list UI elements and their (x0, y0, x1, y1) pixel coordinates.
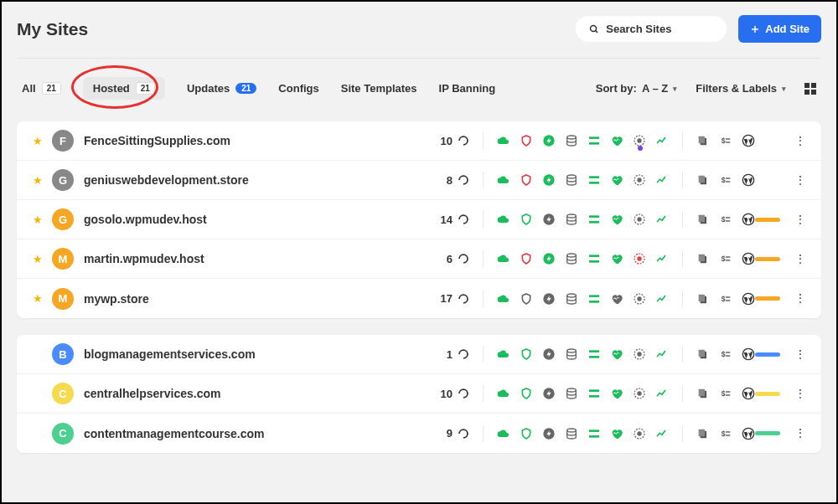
kebab-menu-icon[interactable]: ︙ (790, 173, 810, 188)
billing-icon[interactable]: $ (719, 427, 732, 440)
favorite-star-icon[interactable]: ★ (28, 213, 47, 226)
tab-configs[interactable]: Configs (278, 82, 318, 95)
bolt-icon[interactable] (542, 252, 556, 265)
favorite-star-icon[interactable]: ★ (28, 135, 47, 147)
wordpress-icon[interactable] (742, 292, 755, 306)
billing-icon[interactable]: $ (719, 173, 732, 187)
updates-count[interactable]: 6 (424, 253, 469, 265)
shield-icon[interactable] (520, 173, 533, 187)
shield-icon[interactable] (520, 252, 533, 265)
billing-icon[interactable]: $ (719, 134, 732, 147)
wordpress-icon[interactable] (742, 173, 755, 187)
site-row[interactable]: ★Mmartin.wpmudev.host6$︙ (17, 239, 821, 279)
bars-icon[interactable] (587, 292, 601, 306)
copy-icon[interactable] (696, 134, 710, 147)
copy-icon[interactable] (696, 347, 710, 361)
kebab-menu-icon[interactable]: ︙ (790, 291, 810, 306)
billing-icon[interactable]: $ (719, 347, 732, 361)
sort-by-dropdown[interactable]: Sort by: A – Z ▾ (596, 82, 677, 95)
bars-icon[interactable] (587, 387, 601, 400)
grid-view-toggle[interactable] (804, 83, 816, 95)
bars-icon[interactable] (587, 134, 601, 147)
updates-count[interactable]: 10 (424, 135, 469, 147)
bolt-icon[interactable] (542, 134, 556, 147)
cloud-icon[interactable] (497, 347, 510, 361)
heartbeat-icon[interactable] (610, 427, 623, 440)
tab-hosted[interactable]: Hosted 21 (83, 77, 165, 100)
bolt-icon[interactable] (542, 292, 556, 306)
copy-icon[interactable] (696, 213, 710, 226)
kebab-menu-icon[interactable]: ︙ (790, 213, 810, 227)
filters-labels-dropdown[interactable]: Filters & Labels ▾ (696, 82, 786, 95)
site-name[interactable]: martin.wpmudev.host (84, 252, 424, 265)
site-name[interactable]: geniuswebdevelopment.store (84, 173, 424, 187)
bars-icon[interactable] (587, 173, 601, 187)
wordpress-icon[interactable] (742, 252, 755, 265)
billing-icon[interactable]: $ (719, 213, 732, 226)
billing-icon[interactable]: $ (719, 252, 732, 265)
bug-icon[interactable] (633, 347, 646, 361)
favorite-star-icon[interactable]: ★ (28, 253, 47, 265)
shield-icon[interactable] (520, 292, 533, 306)
cloud-icon[interactable] (497, 427, 510, 440)
copy-icon[interactable] (696, 173, 710, 187)
wordpress-icon[interactable] (742, 387, 755, 400)
site-row[interactable]: ★Mmywp.store17$︙ (17, 279, 821, 318)
site-row[interactable]: ★Bblogmanagementservices.com1$︙ (17, 335, 821, 374)
cloud-icon[interactable] (497, 292, 510, 306)
database-icon[interactable] (565, 173, 578, 187)
copy-icon[interactable] (696, 252, 710, 265)
heartbeat-icon[interactable] (610, 347, 623, 361)
site-name[interactable]: blogmanagementservices.com (84, 347, 424, 361)
tab-site-templates[interactable]: Site Templates (341, 82, 417, 95)
chart-icon[interactable] (655, 427, 669, 440)
database-icon[interactable] (565, 134, 578, 147)
chart-icon[interactable] (655, 347, 669, 361)
database-icon[interactable] (565, 347, 578, 361)
database-icon[interactable] (565, 252, 578, 265)
shield-icon[interactable] (520, 213, 533, 226)
kebab-menu-icon[interactable]: ︙ (790, 426, 810, 440)
favorite-star-icon[interactable]: ★ (28, 292, 47, 305)
wordpress-icon[interactable] (742, 213, 755, 226)
chart-icon[interactable] (655, 213, 669, 226)
site-name[interactable]: mywp.store (84, 292, 424, 306)
wordpress-icon[interactable] (742, 134, 755, 147)
kebab-menu-icon[interactable]: ︙ (790, 387, 810, 401)
bug-icon[interactable] (633, 213, 646, 226)
updates-count[interactable]: 14 (424, 213, 469, 226)
tab-ip-banning[interactable]: IP Banning (439, 82, 496, 95)
bug-icon[interactable] (633, 387, 646, 400)
site-row[interactable]: ★Ccontentmanagementcourse.com9$︙ (17, 414, 821, 453)
wordpress-icon[interactable] (742, 427, 755, 440)
wordpress-icon[interactable] (742, 347, 755, 361)
heartbeat-icon[interactable] (610, 292, 623, 306)
database-icon[interactable] (565, 427, 578, 440)
search-box[interactable] (576, 16, 727, 42)
bolt-icon[interactable] (542, 173, 556, 187)
bug-icon[interactable] (633, 173, 646, 187)
cloud-icon[interactable] (497, 213, 510, 226)
site-name[interactable]: FenceSittingSupplies.com (84, 134, 424, 147)
copy-icon[interactable] (696, 387, 710, 400)
tab-all[interactable]: All 21 (22, 82, 61, 95)
shield-icon[interactable] (520, 387, 533, 400)
kebab-menu-icon[interactable]: ︙ (790, 134, 810, 148)
favorite-star-icon[interactable]: ★ (28, 427, 47, 440)
copy-icon[interactable] (696, 427, 710, 440)
database-icon[interactable] (565, 387, 578, 400)
site-name[interactable]: contentmanagementcourse.com (84, 427, 424, 440)
updates-count[interactable]: 8 (424, 174, 469, 187)
bolt-icon[interactable] (542, 387, 556, 400)
updates-count[interactable]: 17 (424, 292, 469, 305)
site-row[interactable]: ★Ccentralhelpservices.com10$︙ (17, 374, 821, 414)
database-icon[interactable] (565, 292, 578, 306)
chart-icon[interactable] (655, 292, 669, 306)
chart-icon[interactable] (655, 387, 669, 400)
cloud-icon[interactable] (497, 387, 510, 400)
cloud-icon[interactable] (497, 134, 510, 147)
billing-icon[interactable]: $ (719, 292, 732, 306)
add-site-button[interactable]: Add Site (738, 15, 821, 43)
site-name[interactable]: gosolo.wpmudev.host (84, 213, 424, 226)
billing-icon[interactable]: $ (719, 387, 732, 400)
